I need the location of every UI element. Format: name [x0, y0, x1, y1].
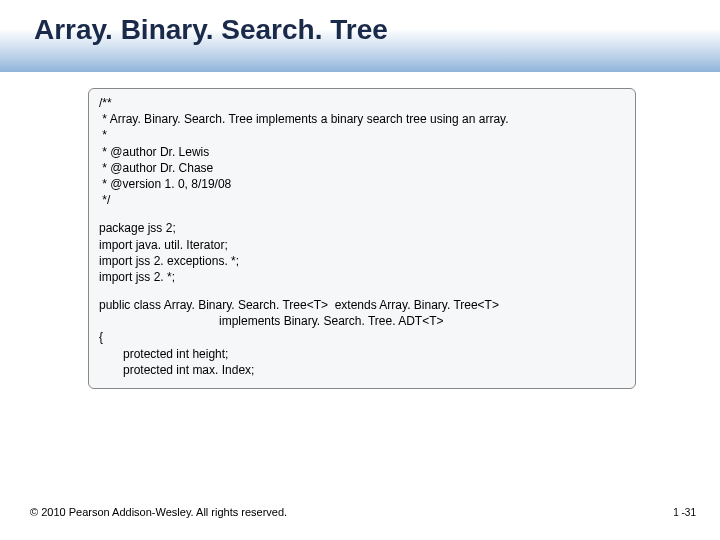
javadoc-comment-block: /** * Array. Binary. Search. Tree implem… [99, 95, 625, 208]
code-box: /** * Array. Binary. Search. Tree implem… [88, 88, 636, 389]
copyright-text: © 2010 Pearson Addison-Wesley. All right… [30, 506, 287, 518]
code-line: * Array. Binary. Search. Tree implements… [99, 111, 625, 127]
code-line: * @author Dr. Lewis [99, 144, 625, 160]
slide-title: Array. Binary. Search. Tree [34, 14, 720, 46]
class-definition-block: public class Array. Binary. Search. Tree… [99, 297, 625, 378]
slide: Array. Binary. Search. Tree /** * Array.… [0, 0, 720, 540]
code-line: implements Binary. Search. Tree. ADT<T> [99, 313, 625, 329]
code-line: /** [99, 95, 625, 111]
code-line: import java. util. Iterator; [99, 237, 625, 253]
code-line: * [99, 127, 625, 143]
code-line: protected int max. Index; [99, 362, 625, 378]
code-line: import jss 2. exceptions. *; [99, 253, 625, 269]
code-line: * @author Dr. Chase [99, 160, 625, 176]
title-bar: Array. Binary. Search. Tree [0, 0, 720, 72]
code-line: import jss 2. *; [99, 269, 625, 285]
code-line: package jss 2; [99, 220, 625, 236]
imports-block: package jss 2; import java. util. Iterat… [99, 220, 625, 285]
code-line: { [99, 329, 625, 345]
page-number: 1 -31 [673, 507, 696, 518]
code-line: public class Array. Binary. Search. Tree… [99, 297, 625, 313]
code-line: * @version 1. 0, 8/19/08 [99, 176, 625, 192]
code-line: protected int height; [99, 346, 625, 362]
code-line: */ [99, 192, 625, 208]
